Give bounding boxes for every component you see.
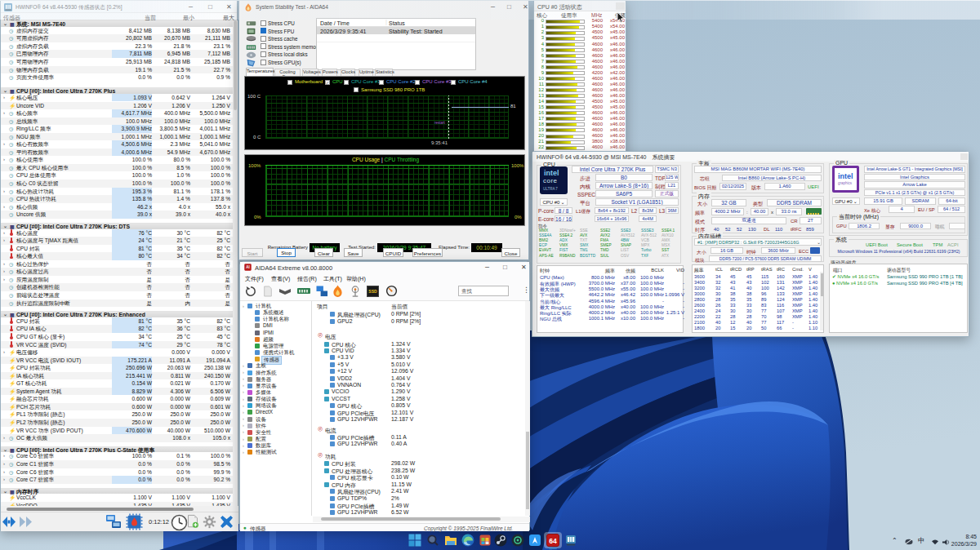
svg-text:AI: AI bbox=[246, 265, 250, 269]
svg-text:64: 64 bbox=[549, 537, 557, 545]
